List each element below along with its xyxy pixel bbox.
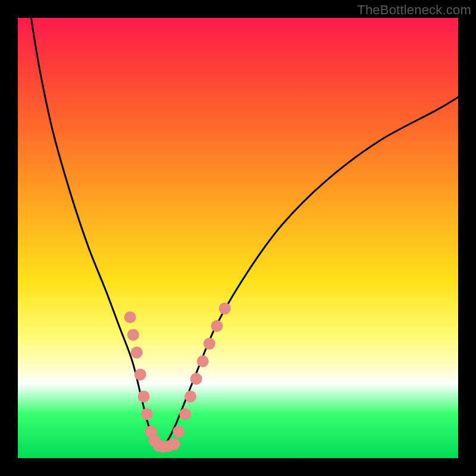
marker-dot — [168, 438, 180, 450]
marker-dot — [197, 355, 209, 367]
marker-dot — [131, 346, 143, 358]
marker-dot — [211, 320, 223, 332]
curve-layer — [31, 18, 458, 447]
marker-dot — [184, 390, 196, 402]
marker-dot — [141, 408, 153, 420]
chart-stage: TheBottleneck.com — [0, 0, 476, 476]
marker-dot — [203, 338, 215, 350]
marker-dot — [179, 408, 191, 420]
watermark-text: TheBottleneck.com — [357, 2, 471, 18]
marker-layer — [124, 302, 231, 452]
marker-dot — [134, 368, 146, 380]
marker-dot — [219, 302, 231, 314]
marker-dot — [124, 311, 136, 323]
marker-dot — [173, 426, 184, 438]
chart-svg — [18, 18, 458, 458]
marker-dot — [127, 329, 139, 341]
marker-dot — [190, 373, 202, 385]
marker-dot — [138, 390, 150, 402]
bottleneck-curve — [31, 18, 458, 447]
